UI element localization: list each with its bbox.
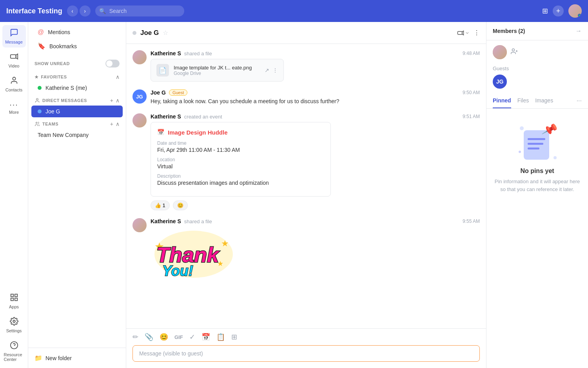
search-icon: 🔍 (99, 8, 106, 14)
file-more-button[interactable]: ⋮ (272, 67, 278, 73)
members-list (486, 40, 588, 64)
no-pins-title: No pins yet (520, 168, 554, 175)
event-date-field: Date and time Fri, Apr 29th 11:00 AM - 1… (157, 140, 324, 153)
message-action: shared a file (184, 51, 212, 56)
favorites-collapse-button[interactable]: ∧ (116, 74, 120, 80)
emoji-reaction[interactable]: 😊 (173, 200, 188, 210)
joeg-label: Joe G (45, 108, 60, 115)
show-unread-toggle[interactable] (105, 60, 120, 67)
message-time: 9:48 AM (463, 51, 480, 56)
sidebar-item-team-new-company[interactable]: Team New Company (31, 129, 123, 141)
toggle-knob (106, 60, 113, 67)
chat-area: Joe G ☆ ⋮ Katherine S shared a fil (126, 22, 486, 368)
teams-add-button[interactable]: + (110, 121, 113, 127)
add-member-button[interactable] (511, 48, 518, 57)
katherine-avatar (132, 218, 147, 232)
avatar[interactable] (568, 4, 582, 18)
message-sender: Katherine S (151, 113, 181, 120)
video-call-button[interactable] (457, 29, 470, 36)
add-button[interactable]: + (553, 5, 564, 16)
svg-text:★: ★ (221, 239, 229, 248)
bookmarks-item[interactable]: 🔖 Bookmarks (31, 39, 123, 53)
event-date-value: Fri, Apr 29th 11:00 AM - 11:30 AM (157, 147, 324, 153)
event-card: 📅 Image Design Huddle Date and time Fri,… (151, 122, 331, 197)
apps-toolbar-button[interactable]: ⊞ (231, 333, 237, 341)
sidebar-item-apps[interactable]: Apps (2, 290, 26, 312)
dm-collapse-button[interactable]: ∧ (116, 97, 120, 104)
sidebar-item-katherine[interactable]: Katherine S (me) (31, 82, 123, 94)
dm-actions: + ∧ (110, 97, 120, 104)
katherine-avatar (132, 50, 147, 64)
message-sender: Katherine S (151, 50, 181, 56)
new-folder-item[interactable]: 📁 New folder (34, 353, 120, 363)
svg-point-7 (13, 320, 15, 322)
message-label: Message (5, 40, 23, 44)
teams-collapse-button[interactable]: ∧ (116, 121, 120, 127)
attach-button[interactable]: 📎 (145, 333, 153, 341)
message-text: Hey, taking a look now. Can you schedule… (151, 97, 480, 106)
sidebar-item-more[interactable]: ··· More (2, 97, 26, 118)
joeg-dot (38, 109, 42, 113)
teams-actions: + ∧ (110, 121, 120, 127)
message-input[interactable] (132, 345, 480, 362)
message-meta: Katherine S shared a file 9:48 AM (151, 50, 480, 56)
sidebar-item-contacts[interactable]: Contacts (2, 73, 26, 95)
event-description-field: Description Discuss presentation images … (157, 173, 324, 186)
dm-add-button[interactable]: + (110, 97, 113, 104)
bookmarks-icon: 🔖 (38, 42, 45, 50)
more-label: More (9, 110, 19, 115)
more-options-button[interactable]: ⋮ (474, 29, 480, 36)
message-meta: Katherine S shared a file 9:55 AM (151, 218, 480, 224)
guest-badge: Guest (169, 89, 187, 96)
svg-rect-3 (11, 294, 13, 297)
chat-star-button[interactable]: ☆ (163, 29, 168, 36)
gif-button[interactable]: GIF (174, 334, 183, 340)
sticker-image: ★ ★ ★ ★ Thank You! (151, 227, 237, 282)
back-button[interactable]: ‹ (67, 5, 78, 16)
more-icon: ··· (9, 100, 18, 109)
calendar-button[interactable]: 📅 (201, 333, 210, 341)
apps-icon (10, 293, 18, 304)
file-open-button[interactable]: ↗ (265, 67, 269, 73)
svg-point-24 (520, 126, 524, 130)
tabs-more-button[interactable]: ··· (577, 97, 582, 104)
sidebar-item-settings[interactable]: Settings (2, 314, 26, 336)
sidebar-item-message[interactable]: Message (2, 25, 26, 47)
svg-point-21 (512, 49, 514, 51)
forward-button[interactable]: › (80, 5, 91, 16)
check-button[interactable]: ✓ (189, 333, 195, 341)
sidebar-item-video[interactable]: Video (2, 49, 26, 71)
message-row: Katherine S shared a file 9:55 AM ★ ★ ★ (132, 218, 480, 283)
right-tabs: Pinned Files Images ··· (486, 93, 588, 109)
search-input[interactable] (95, 5, 184, 16)
mentions-item[interactable]: @ Mentions (31, 26, 123, 39)
event-description-value: Discuss presentation images and optimiza… (157, 180, 324, 186)
sidebar-footer: 📁 New folder (28, 348, 126, 368)
svg-marker-1 (16, 54, 18, 59)
chat-header: Joe G ☆ ⋮ (126, 22, 486, 44)
file-source: Google Drive (174, 71, 260, 76)
search-wrap: 🔍 (95, 5, 291, 16)
tab-images[interactable]: Images (535, 93, 553, 108)
right-panel: Members (2) → Guests JG Pinned Files Ima… (486, 22, 588, 368)
tab-pinned[interactable]: Pinned (493, 93, 511, 108)
event-location-label: Location (157, 157, 324, 162)
sidebar-item-joeg[interactable]: Joe G (31, 106, 123, 117)
sidebar-item-resource-center[interactable]: Resource Center (2, 338, 26, 365)
emoji-button[interactable]: 😊 (160, 333, 168, 341)
tab-files[interactable]: Files (517, 93, 529, 108)
message-sender: Katherine S (151, 218, 181, 224)
online-indicator (578, 14, 581, 17)
event-description-label: Description (157, 173, 324, 179)
message-time: 9:55 AM (463, 219, 480, 224)
bookmarks-label: Bookmarks (49, 43, 77, 49)
right-panel-close-button[interactable]: → (575, 27, 582, 35)
joeg-avatar: JG (132, 89, 147, 104)
file-name: Image template for JK t... eate.png (174, 65, 260, 71)
grid-icon-button[interactable]: ⊞ (542, 7, 548, 15)
thumbs-up-reaction[interactable]: 👍 1 (151, 200, 170, 210)
notes-button[interactable]: 📋 (216, 333, 225, 341)
message-meta: Joe G Guest 9:50 AM (151, 89, 480, 96)
format-button[interactable]: ✏ (132, 333, 138, 341)
message-body: Katherine S shared a file 9:55 AM ★ ★ ★ (151, 218, 480, 283)
